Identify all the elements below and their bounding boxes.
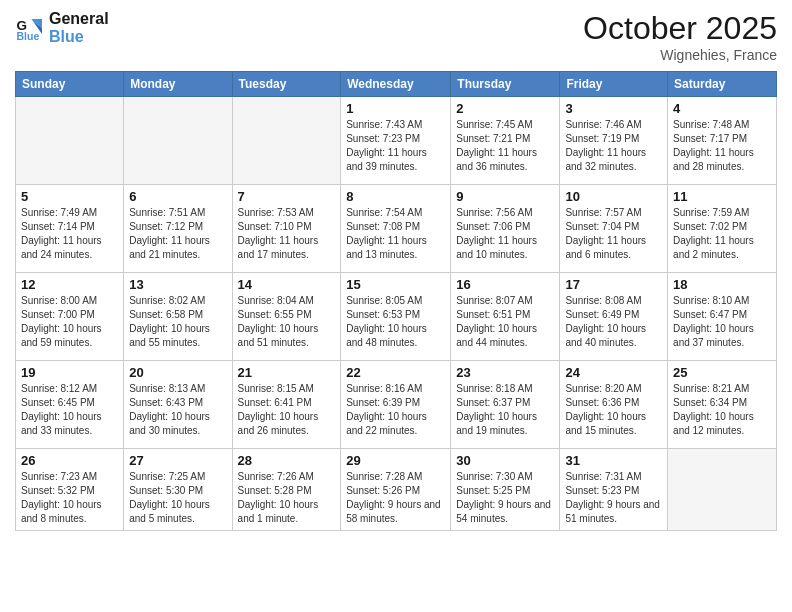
calendar-container: G Blue General Blue October 2025 Wignehi… [0,0,792,612]
calendar-day-cell: 10Sunrise: 7:57 AM Sunset: 7:04 PM Dayli… [560,185,668,273]
calendar-day-cell: 4Sunrise: 7:48 AM Sunset: 7:17 PM Daylig… [668,97,777,185]
day-number: 13 [129,277,226,292]
calendar-day-cell: 5Sunrise: 7:49 AM Sunset: 7:14 PM Daylig… [16,185,124,273]
calendar-day-cell: 15Sunrise: 8:05 AM Sunset: 6:53 PM Dayli… [341,273,451,361]
day-info: Sunrise: 7:43 AM Sunset: 7:23 PM Dayligh… [346,118,445,174]
calendar-day-cell: 18Sunrise: 8:10 AM Sunset: 6:47 PM Dayli… [668,273,777,361]
header: G Blue General Blue October 2025 Wignehi… [15,10,777,63]
day-number: 30 [456,453,554,468]
day-number: 11 [673,189,771,204]
day-number: 24 [565,365,662,380]
calendar-day-cell: 9Sunrise: 7:56 AM Sunset: 7:06 PM Daylig… [451,185,560,273]
day-info: Sunrise: 8:20 AM Sunset: 6:36 PM Dayligh… [565,382,662,438]
day-number: 5 [21,189,118,204]
logo-name: General Blue [49,10,109,46]
day-number: 26 [21,453,118,468]
calendar-day-cell: 23Sunrise: 8:18 AM Sunset: 6:37 PM Dayli… [451,361,560,449]
day-info: Sunrise: 7:59 AM Sunset: 7:02 PM Dayligh… [673,206,771,262]
day-info: Sunrise: 7:45 AM Sunset: 7:21 PM Dayligh… [456,118,554,174]
day-info: Sunrise: 8:13 AM Sunset: 6:43 PM Dayligh… [129,382,226,438]
weekday-header-row: SundayMondayTuesdayWednesdayThursdayFrid… [16,72,777,97]
day-info: Sunrise: 7:57 AM Sunset: 7:04 PM Dayligh… [565,206,662,262]
calendar-day-cell [668,449,777,531]
day-number: 4 [673,101,771,116]
calendar-day-cell: 27Sunrise: 7:25 AM Sunset: 5:30 PM Dayli… [124,449,232,531]
calendar-day-cell: 2Sunrise: 7:45 AM Sunset: 7:21 PM Daylig… [451,97,560,185]
weekday-header: Sunday [16,72,124,97]
day-number: 7 [238,189,336,204]
calendar-week-row: 1Sunrise: 7:43 AM Sunset: 7:23 PM Daylig… [16,97,777,185]
day-info: Sunrise: 7:48 AM Sunset: 7:17 PM Dayligh… [673,118,771,174]
calendar-day-cell: 26Sunrise: 7:23 AM Sunset: 5:32 PM Dayli… [16,449,124,531]
day-info: Sunrise: 7:46 AM Sunset: 7:19 PM Dayligh… [565,118,662,174]
logo: G Blue General Blue [15,10,109,46]
svg-text:Blue: Blue [17,30,40,42]
day-info: Sunrise: 7:31 AM Sunset: 5:23 PM Dayligh… [565,470,662,526]
day-info: Sunrise: 8:05 AM Sunset: 6:53 PM Dayligh… [346,294,445,350]
day-info: Sunrise: 7:23 AM Sunset: 5:32 PM Dayligh… [21,470,118,526]
month-title: October 2025 [583,10,777,47]
day-info: Sunrise: 8:07 AM Sunset: 6:51 PM Dayligh… [456,294,554,350]
day-number: 18 [673,277,771,292]
calendar-day-cell: 28Sunrise: 7:26 AM Sunset: 5:28 PM Dayli… [232,449,341,531]
day-number: 15 [346,277,445,292]
calendar-day-cell: 13Sunrise: 8:02 AM Sunset: 6:58 PM Dayli… [124,273,232,361]
calendar-day-cell: 3Sunrise: 7:46 AM Sunset: 7:19 PM Daylig… [560,97,668,185]
weekday-header: Friday [560,72,668,97]
day-info: Sunrise: 8:12 AM Sunset: 6:45 PM Dayligh… [21,382,118,438]
calendar-day-cell: 20Sunrise: 8:13 AM Sunset: 6:43 PM Dayli… [124,361,232,449]
weekday-header: Tuesday [232,72,341,97]
day-number: 3 [565,101,662,116]
calendar-day-cell: 29Sunrise: 7:28 AM Sunset: 5:26 PM Dayli… [341,449,451,531]
day-number: 20 [129,365,226,380]
weekday-header: Wednesday [341,72,451,97]
day-info: Sunrise: 7:25 AM Sunset: 5:30 PM Dayligh… [129,470,226,526]
calendar-day-cell: 24Sunrise: 8:20 AM Sunset: 6:36 PM Dayli… [560,361,668,449]
day-info: Sunrise: 8:02 AM Sunset: 6:58 PM Dayligh… [129,294,226,350]
day-number: 8 [346,189,445,204]
day-number: 12 [21,277,118,292]
calendar-day-cell: 14Sunrise: 8:04 AM Sunset: 6:55 PM Dayli… [232,273,341,361]
calendar-day-cell: 11Sunrise: 7:59 AM Sunset: 7:02 PM Dayli… [668,185,777,273]
day-number: 28 [238,453,336,468]
day-number: 14 [238,277,336,292]
calendar-day-cell: 31Sunrise: 7:31 AM Sunset: 5:23 PM Dayli… [560,449,668,531]
location: Wignehies, France [583,47,777,63]
day-info: Sunrise: 7:51 AM Sunset: 7:12 PM Dayligh… [129,206,226,262]
calendar-day-cell: 25Sunrise: 8:21 AM Sunset: 6:34 PM Dayli… [668,361,777,449]
day-info: Sunrise: 7:26 AM Sunset: 5:28 PM Dayligh… [238,470,336,526]
calendar-day-cell: 7Sunrise: 7:53 AM Sunset: 7:10 PM Daylig… [232,185,341,273]
calendar-day-cell: 21Sunrise: 8:15 AM Sunset: 6:41 PM Dayli… [232,361,341,449]
day-info: Sunrise: 7:53 AM Sunset: 7:10 PM Dayligh… [238,206,336,262]
day-info: Sunrise: 8:18 AM Sunset: 6:37 PM Dayligh… [456,382,554,438]
day-info: Sunrise: 8:08 AM Sunset: 6:49 PM Dayligh… [565,294,662,350]
day-number: 29 [346,453,445,468]
calendar-day-cell: 16Sunrise: 8:07 AM Sunset: 6:51 PM Dayli… [451,273,560,361]
day-number: 6 [129,189,226,204]
weekday-header: Thursday [451,72,560,97]
day-number: 10 [565,189,662,204]
calendar-week-row: 5Sunrise: 7:49 AM Sunset: 7:14 PM Daylig… [16,185,777,273]
day-number: 22 [346,365,445,380]
day-info: Sunrise: 7:49 AM Sunset: 7:14 PM Dayligh… [21,206,118,262]
day-number: 2 [456,101,554,116]
calendar-week-row: 19Sunrise: 8:12 AM Sunset: 6:45 PM Dayli… [16,361,777,449]
calendar-day-cell [232,97,341,185]
logo-icon: G Blue [15,13,45,43]
day-info: Sunrise: 7:56 AM Sunset: 7:06 PM Dayligh… [456,206,554,262]
calendar-week-row: 12Sunrise: 8:00 AM Sunset: 7:00 PM Dayli… [16,273,777,361]
day-number: 9 [456,189,554,204]
calendar-day-cell: 12Sunrise: 8:00 AM Sunset: 7:00 PM Dayli… [16,273,124,361]
day-number: 25 [673,365,771,380]
title-block: October 2025 Wignehies, France [583,10,777,63]
calendar-day-cell: 8Sunrise: 7:54 AM Sunset: 7:08 PM Daylig… [341,185,451,273]
calendar-day-cell: 1Sunrise: 7:43 AM Sunset: 7:23 PM Daylig… [341,97,451,185]
day-info: Sunrise: 8:10 AM Sunset: 6:47 PM Dayligh… [673,294,771,350]
calendar-week-row: 26Sunrise: 7:23 AM Sunset: 5:32 PM Dayli… [16,449,777,531]
day-info: Sunrise: 8:21 AM Sunset: 6:34 PM Dayligh… [673,382,771,438]
day-number: 19 [21,365,118,380]
day-info: Sunrise: 8:16 AM Sunset: 6:39 PM Dayligh… [346,382,445,438]
day-number: 16 [456,277,554,292]
day-info: Sunrise: 8:00 AM Sunset: 7:00 PM Dayligh… [21,294,118,350]
calendar-day-cell: 17Sunrise: 8:08 AM Sunset: 6:49 PM Dayli… [560,273,668,361]
